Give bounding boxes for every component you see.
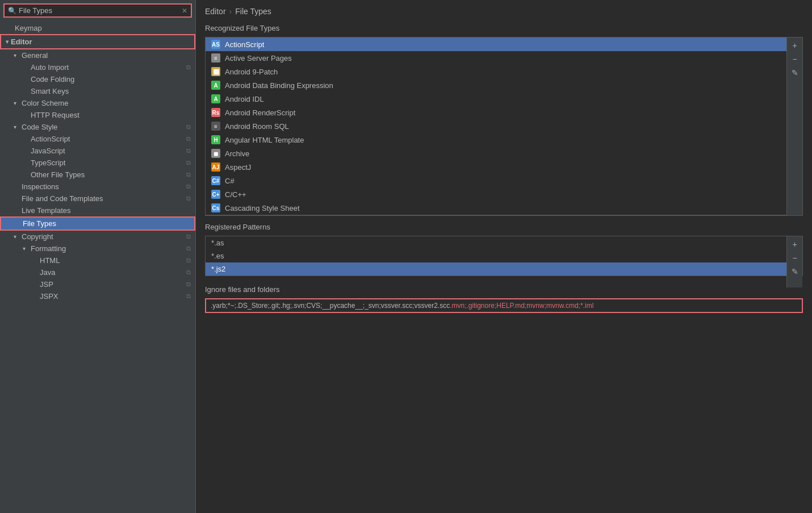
sidebar-item-label: Auto Import	[31, 63, 184, 72]
sidebar-item-jsp[interactable]: JSP ⧉	[0, 278, 195, 290]
copy-icon: ⧉	[186, 147, 191, 155]
arrow-icon: ▾	[14, 124, 22, 130]
sidebar-item-color-scheme[interactable]: ▾ Color Scheme	[0, 97, 195, 109]
sidebar-item-general[interactable]: ▾ General	[0, 49, 195, 61]
file-type-android-db[interactable]: A Android Data Binding Expression	[206, 78, 802, 92]
sidebar-item-live-templates[interactable]: Live Templates	[0, 205, 195, 216]
file-type-icon-csharp: C#	[211, 176, 220, 185]
arrow-icon: ▾	[14, 233, 22, 240]
sidebar-item-cs-javascript[interactable]: JavaScript ⧉	[0, 145, 195, 157]
sidebar-item-java[interactable]: Java ⧉	[0, 266, 195, 278]
copy-icon: ⧉	[186, 281, 191, 288]
file-type-android-sql[interactable]: ≡ Android Room SQL	[206, 119, 802, 133]
sidebar-item-label: General	[22, 51, 191, 60]
sidebar: 🔍 ✕ Keymap ▾ Editor ▾ General Auto Im	[0, 0, 196, 513]
sidebar-item-cs-typescript[interactable]: TypeScript ⧉	[0, 157, 195, 169]
sidebar-item-http-request[interactable]: HTTP Request	[0, 109, 195, 121]
file-type-android-9-patch[interactable]: ▦ Android 9-Patch	[206, 65, 802, 78]
file-type-icon-android-rs: Rs	[211, 108, 220, 117]
sidebar-item-label: Inspections	[22, 182, 184, 191]
breadcrumb: Editor › File Types	[205, 7, 803, 16]
file-type-label: Active Server Pages	[225, 54, 292, 62]
arrow-icon: ▾	[14, 100, 22, 106]
ignore-section-title: Ignore files and folders	[205, 285, 803, 294]
ignore-input-text: .yarb;*~;.DS_Store;.git;.hg;.svn;CVS;__p…	[211, 302, 450, 310]
sidebar-item-keymap[interactable]: Keymap	[0, 22, 195, 34]
search-bar: 🔍 ✕	[3, 3, 192, 18]
file-type-angular-html[interactable]: H Angular HTML Template	[206, 133, 802, 147]
file-type-label: Cascading Style Sheet	[225, 204, 300, 212]
sidebar-item-html[interactable]: HTML ⧉	[0, 255, 195, 266]
sidebar-item-other-file-types[interactable]: Other File Types ⧉	[0, 169, 195, 181]
pattern-item-es[interactable]: *.es	[206, 249, 802, 262]
copy-icon: ⧉	[186, 195, 191, 202]
sidebar-item-label: Smart Keys	[31, 87, 191, 95]
sidebar-item-label: JSPX	[40, 292, 184, 301]
sidebar-item-auto-import[interactable]: Auto Import ⧉	[0, 61, 195, 73]
add-file-type-button[interactable]: +	[789, 40, 801, 51]
sidebar-item-cs-actionscript[interactable]: ActionScript ⧉	[0, 133, 195, 145]
sidebar-item-label: TypeScript	[31, 159, 184, 167]
sidebar-item-label: Code Folding	[31, 75, 191, 84]
file-type-aspectj[interactable]: AJ AspectJ	[206, 160, 802, 174]
sidebar-item-label: File Types	[23, 219, 190, 228]
file-type-cpp[interactable]: C+ C/C++	[206, 187, 802, 201]
copy-icon: ⧉	[186, 245, 191, 252]
sidebar-item-copyright[interactable]: ▾ Copyright ⧉	[0, 231, 195, 243]
breadcrumb-separator: ›	[229, 7, 232, 16]
sidebar-item-code-folding[interactable]: Code Folding	[0, 73, 195, 85]
sidebar-item-editor[interactable]: ▾ Editor	[0, 34, 195, 49]
sidebar-item-file-types[interactable]: File Types	[0, 216, 195, 231]
file-type-asp[interactable]: ≡ Active Server Pages	[206, 51, 802, 65]
sidebar-item-inspections[interactable]: Inspections ⧉	[0, 181, 195, 193]
sidebar-item-label: ActionScript	[31, 135, 184, 143]
sidebar-item-file-code-templates[interactable]: File and Code Templates ⧉	[0, 193, 195, 205]
sidebar-item-code-style[interactable]: ▾ Code Style ⧉	[0, 121, 195, 133]
sidebar-item-label: HTML	[40, 256, 184, 265]
file-type-csharp[interactable]: C# C#	[206, 174, 802, 187]
sidebar-item-label: JSP	[40, 280, 184, 289]
recognized-section-title: Recognized File Types	[205, 24, 803, 32]
ignore-input-container: .yarb;*~;.DS_Store;.git;.hg;.svn;CVS;__p…	[205, 298, 803, 313]
edit-pattern-button[interactable]: ✎	[789, 266, 801, 277]
remove-file-type-button[interactable]: −	[789, 53, 801, 65]
file-type-archive[interactable]: ◼ Archive	[206, 147, 802, 160]
file-type-actionscript[interactable]: AS ActionScript	[206, 37, 802, 51]
sidebar-item-label: File and Code Templates	[22, 194, 184, 203]
file-type-label: Android RenderScript	[225, 109, 295, 117]
search-input[interactable]	[19, 6, 179, 15]
sidebar-item-label: Color Scheme	[22, 99, 191, 107]
sidebar-item-label: Code Style	[22, 123, 184, 131]
file-type-list: AS ActionScript ≡ Active Server Pages ▦ …	[206, 37, 802, 215]
sidebar-item-smart-keys[interactable]: Smart Keys	[0, 85, 195, 97]
remove-pattern-button[interactable]: −	[789, 252, 801, 264]
edit-file-type-button[interactable]: ✎	[789, 67, 801, 78]
sidebar-item-label: Keymap	[15, 24, 191, 32]
file-type-icon-android-idl: A	[211, 94, 220, 103]
sidebar-item-label: Editor	[11, 37, 32, 46]
file-type-android-rs[interactable]: Rs Android RenderScript	[206, 106, 802, 119]
file-type-css[interactable]: Cs Cascading Style Sheet	[206, 201, 802, 215]
breadcrumb-file-types: File Types	[235, 7, 271, 16]
file-type-label: Android IDL	[225, 95, 264, 103]
arrow-icon: ▾	[6, 39, 9, 45]
file-type-icon-actionscript: AS	[211, 40, 220, 49]
file-type-label: Android Data Binding Expression	[225, 81, 333, 90]
sidebar-item-label: Java	[40, 268, 184, 277]
pattern-item-as[interactable]: *.as	[206, 236, 802, 249]
pattern-label: *.js2	[211, 265, 225, 273]
pattern-item-js2[interactable]: *.js2	[206, 262, 802, 276]
sidebar-item-label: Other File Types	[31, 170, 184, 179]
file-type-label: Angular HTML Template	[225, 136, 304, 144]
file-type-label: Android Room SQL	[225, 122, 289, 131]
copy-icon: ⧉	[186, 269, 191, 276]
file-type-icon-aspectj: AJ	[211, 162, 220, 172]
sidebar-item-formatting[interactable]: ▾ Formatting ⧉	[0, 243, 195, 255]
clear-search-icon[interactable]: ✕	[182, 7, 187, 15]
add-pattern-button[interactable]: +	[789, 239, 801, 250]
file-type-label: C/C++	[225, 190, 246, 199]
file-type-icon-android-sql: ≡	[211, 122, 220, 131]
copy-icon: ⧉	[186, 64, 191, 71]
sidebar-item-jspx[interactable]: JSPX ⧉	[0, 290, 195, 302]
file-type-android-idl[interactable]: A Android IDL	[206, 92, 802, 106]
